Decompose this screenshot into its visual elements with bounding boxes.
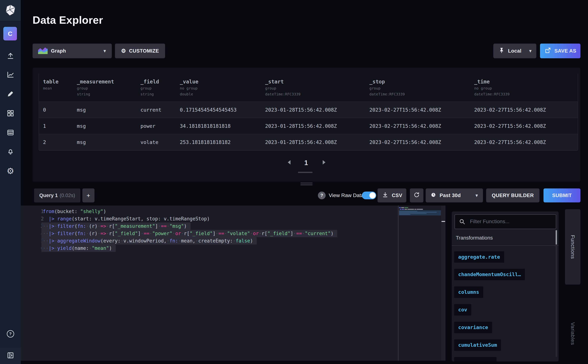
table-cell: 2023-01-28T15:56:42.008Z xyxy=(265,118,337,134)
pencil-icon xyxy=(6,90,15,99)
influxdb-logo[interactable] xyxy=(0,0,21,21)
prev-page-button[interactable] xyxy=(288,160,290,164)
save-as-label: SAVE AS xyxy=(554,48,576,54)
flux-code-editor[interactable]: 1from(bucket: "shelly")2 |> range(start:… xyxy=(21,206,445,361)
next-page-button[interactable] xyxy=(323,160,326,164)
column-header[interactable]: _measurementgroupstring xyxy=(77,79,114,97)
sidebar-item-notebooks[interactable] xyxy=(0,89,21,100)
line-chart-icon xyxy=(6,70,15,80)
code-line: 1from(bucket: "shelly") xyxy=(21,208,445,215)
user-avatar[interactable]: C xyxy=(3,27,17,40)
line-number: 1 xyxy=(35,208,44,215)
resize-handle[interactable] xyxy=(301,182,313,183)
upload-icon xyxy=(6,52,15,61)
query-builder-button[interactable]: QUERY BUILDER xyxy=(486,188,539,202)
csv-button[interactable]: CSV xyxy=(378,188,406,202)
sidebar-item-data-explorer[interactable] xyxy=(0,70,21,80)
page-indicator xyxy=(298,172,313,173)
dashboard-grid-icon xyxy=(6,109,15,118)
code-line: 5··|>·aggregateWindow(every:·v.windowPer… xyxy=(21,237,445,245)
function-chip[interactable]: cumulativeSum xyxy=(454,339,501,351)
page-title: Data Explorer xyxy=(33,14,103,26)
sidebar: C ⚙ ? xyxy=(0,0,21,364)
cube-logo-icon xyxy=(6,4,15,17)
sidebar-item-alerts[interactable] xyxy=(0,146,21,157)
column-header[interactable]: _stopgroupdateTime:RFC3339 xyxy=(369,79,405,97)
customize-label: CUSTOMIZE xyxy=(129,48,159,54)
submit-label: SUBMIT xyxy=(552,193,572,198)
view-type-label: Graph xyxy=(51,48,66,54)
table-row: 0msgcurrent0.171545454545454532023-01-28… xyxy=(39,102,578,118)
column-header[interactable]: _timeno groupdateTime:RFC3339 xyxy=(474,79,510,97)
filter-functions-input[interactable] xyxy=(470,215,551,228)
table-row: 2msgvolate253.18181818181822023-01-28T15… xyxy=(39,134,578,151)
column-header[interactable]: _valueno groupdouble xyxy=(180,79,198,97)
raw-data-help-icon[interactable]: ? xyxy=(318,192,326,199)
code-line: 6··|>·yield(name:·"mean") xyxy=(21,245,445,252)
functions-scrollbar-thumb[interactable] xyxy=(556,230,557,245)
table-cell: 2023-01-28T15:56:42.008Z xyxy=(265,134,337,150)
sidebar-item-dashboards[interactable] xyxy=(0,108,21,119)
customize-button[interactable]: ⚙ CUSTOMIZE xyxy=(115,44,165,58)
sidebar-item-settings[interactable]: ⚙ xyxy=(0,165,21,176)
query-tab[interactable]: Query 1 (0.02s) xyxy=(34,188,80,202)
scope-dropdown[interactable]: Local ▾ xyxy=(493,44,536,58)
function-chip[interactable]: covariance xyxy=(454,322,492,333)
time-range-dropdown[interactable]: Past 30d ▾ xyxy=(426,188,483,202)
function-chip[interactable]: cov xyxy=(454,304,471,315)
sidebar-expand-button[interactable] xyxy=(0,347,21,364)
code-line: 4··|>·filter(fn:·(r)·=>·r["_field"]·==·"… xyxy=(21,230,445,237)
functions-scrollbar-track xyxy=(556,230,557,357)
table-cell: 2023-02-27T15:56:42.008Z xyxy=(369,134,441,150)
add-query-button[interactable]: + xyxy=(82,188,94,202)
clock-icon xyxy=(430,192,437,200)
table-cell: 2023-02-27T15:56:42.008Z xyxy=(369,102,441,118)
variables-tab-label: Variables xyxy=(570,322,576,345)
transformations-section-label: Transformations xyxy=(456,235,493,241)
table-cell: power xyxy=(140,118,155,134)
download-icon xyxy=(381,191,389,200)
column-header[interactable]: tablemean xyxy=(43,79,59,91)
function-chip[interactable]: chandeMomentumOscill… xyxy=(454,269,525,280)
export-icon xyxy=(544,47,551,55)
column-header[interactable]: _fieldgroupstring xyxy=(140,79,159,97)
csv-label: CSV xyxy=(392,193,402,198)
editor-scrollbar[interactable] xyxy=(441,206,445,361)
tab-functions[interactable]: Functions xyxy=(565,209,581,285)
search-icon xyxy=(458,218,466,226)
bell-icon xyxy=(6,147,15,156)
table-cell: 0 xyxy=(43,102,46,118)
editor-minimap-divider xyxy=(398,206,399,361)
code-line: 2 |> range(start: v.timeRangeStart, stop… xyxy=(21,215,445,222)
submit-button[interactable]: SUBMIT xyxy=(543,188,581,202)
chevron-down-icon: ▾ xyxy=(529,49,532,53)
table-cell: 1 xyxy=(43,118,46,134)
tab-variables[interactable]: Variables xyxy=(567,312,578,355)
pin-icon xyxy=(498,47,505,55)
refresh-button[interactable] xyxy=(410,188,424,202)
raw-data-table: tablemean_measurementgroupstring_fieldgr… xyxy=(39,73,578,150)
function-chip[interactable]: aggregate.rate xyxy=(454,251,504,263)
resize-handle[interactable] xyxy=(301,184,313,185)
table-cell: 2 xyxy=(43,134,46,150)
save-as-button[interactable]: SAVE AS xyxy=(540,44,581,58)
sidebar-item-help[interactable]: ? xyxy=(0,328,21,339)
function-chip[interactable] xyxy=(454,357,497,361)
pane-drag-handle[interactable] xyxy=(441,221,445,222)
view-type-dropdown[interactable]: Graph ▾ xyxy=(33,44,112,58)
toggle-knob xyxy=(369,192,376,199)
table-cell: 2023-02-27T15:56:42.008Z xyxy=(369,118,441,134)
page-number: 1 xyxy=(304,159,308,167)
column-header[interactable]: _startgroupdateTime:RFC3339 xyxy=(265,79,301,97)
function-chip[interactable]: columns xyxy=(454,286,483,298)
sidebar-item-load-data[interactable] xyxy=(0,51,21,62)
refresh-icon xyxy=(413,191,420,200)
view-raw-data-label: View Raw Data xyxy=(329,188,364,202)
table-cell: 253.1818181818182 xyxy=(180,134,231,150)
filter-functions-box[interactable] xyxy=(455,214,556,229)
table-cell: 0.17154545454545453 xyxy=(180,102,237,118)
raw-data-panel: tablemean_measurementgroupstring_fieldgr… xyxy=(33,68,581,182)
section-divider xyxy=(452,245,559,246)
sidebar-item-tasks[interactable] xyxy=(0,127,21,138)
view-raw-data-toggle[interactable] xyxy=(362,192,376,199)
